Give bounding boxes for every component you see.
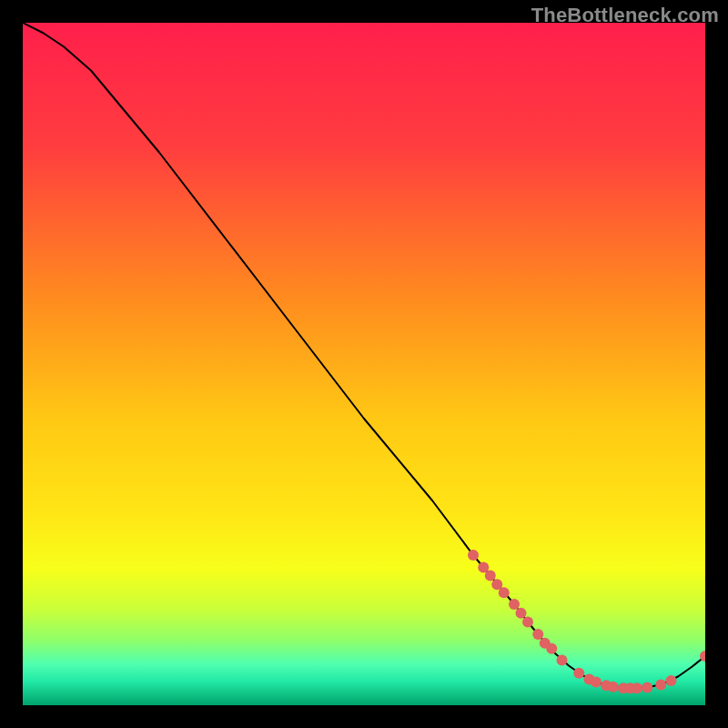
scatter-point (655, 680, 666, 691)
scatter-point (642, 682, 652, 693)
scatter-point (591, 677, 602, 688)
scatter-point (546, 643, 557, 654)
scatter-point (573, 668, 584, 679)
chart-stage: TheBottleneck.com (0, 0, 728, 728)
chart-svg (23, 23, 705, 705)
scatter-point (608, 682, 619, 693)
scatter-point (522, 617, 533, 628)
scatter-point (509, 599, 520, 610)
chart-plot (23, 23, 705, 705)
scatter-point (557, 655, 568, 666)
scatter-point (499, 587, 510, 598)
scatter-point (516, 608, 527, 619)
scatter-point (532, 629, 543, 640)
scatter-point (632, 682, 642, 693)
chart-background (23, 23, 705, 705)
scatter-point (666, 675, 677, 686)
scatter-point (485, 571, 496, 581)
scatter-point (468, 550, 479, 561)
